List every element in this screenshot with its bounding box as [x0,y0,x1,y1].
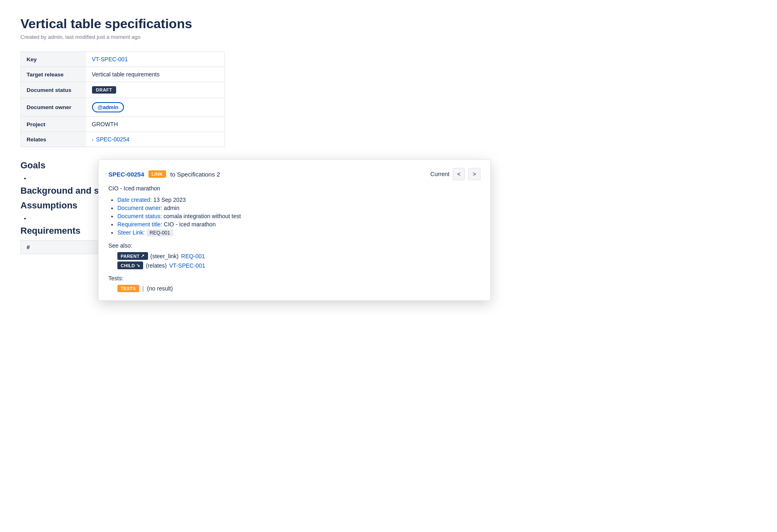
row-label-relates: Relates [21,132,86,147]
child-badge: CHILD ↘ [117,262,143,269]
steer-link-label: Steer Link: [117,229,145,236]
child-arrow-icon: ↘ [136,263,140,268]
table-row-document-status: Document status DRAFT [21,82,225,98]
doc-status-label: Document status: [117,213,162,219]
popup-see-also-list: PARENT ↗ (steer_link) REQ-001 CHILD ↘ (r… [108,252,481,269]
popup-subtitle: CIO - Iced marathon [108,185,481,192]
popup-nav-prev[interactable]: < [453,168,465,180]
row-value-document-owner: @admin [86,98,225,117]
row-label-key: Key [21,52,86,67]
info-table: Key VT-SPEC-001 Target release Vertical … [20,51,225,147]
table-row-project: Project GROWTH [21,117,225,132]
see-also-parent: PARENT ↗ (steer_link) REQ-001 [117,252,481,260]
child-relation: (relates) [146,262,166,269]
row-value-target-release: Vertical table requirements [86,67,225,82]
admin-badge[interactable]: @admin [92,102,124,112]
row-value-relates[interactable]: › SPEC-00254 [86,132,225,147]
parent-arrow-icon: ↗ [141,253,144,259]
page-meta: Created by admin, last modified just a m… [20,34,757,40]
date-created-value: 13 Sep 2023 [153,197,186,203]
row-value-document-status: DRAFT [86,82,225,98]
doc-owner-label: Document owner: [117,205,162,211]
popup-header: SPEC-00254 LINK to Specifications 2 Curr… [108,168,481,180]
steer-link-value[interactable]: REQ-001 [146,229,173,237]
popup-header-left: SPEC-00254 LINK to Specifications 2 [108,170,220,178]
row-value-key[interactable]: VT-SPEC-001 [86,52,225,67]
row-value-project: GROWTH [86,117,225,132]
req-title-value: CIO - Iced marathon [164,221,216,228]
parent-badge: PARENT ↗ [117,252,148,260]
popup-header-right: Current < > [430,168,481,180]
spec-popup: SPEC-00254 LINK to Specifications 2 Curr… [98,159,491,270]
see-also-child: CHILD ↘ (relates) VT-SPEC-001 [117,262,481,269]
popup-nav-next[interactable]: > [468,168,481,180]
row-label-document-status: Document status [21,82,86,98]
popup-detail-doc-owner: Document owner: admin [117,205,481,211]
child-link[interactable]: VT-SPEC-001 [169,262,205,269]
popup-spec-id[interactable]: SPEC-00254 [108,171,144,178]
table-row-key: Key VT-SPEC-001 [21,52,225,67]
row-label-target-release: Target release [21,67,86,82]
date-created-label: Date created: [117,197,152,203]
popup-current-label: Current [430,171,449,177]
popup-details-list: Date created: 13 Sep 2023 Document owner… [108,197,481,237]
key-link[interactable]: VT-SPEC-001 [92,56,128,63]
req-title-label: Requirement title: [117,221,162,228]
table-row-document-owner: Document owner @admin [21,98,225,117]
popup-detail-steer-link: Steer Link: REQ-001 [117,229,481,237]
popup-to-text: to Specifications 2 [170,171,220,178]
popup-detail-doc-status: Document status: comala integration with… [117,213,481,219]
row-label-project: Project [21,117,86,132]
page-title: Vertical table specifications [20,16,757,31]
doc-owner-value: admin [164,205,180,211]
table-row-target-release: Target release Vertical table requiremen… [21,67,225,82]
popup-detail-req-title: Requirement title: CIO - Iced marathon [117,221,481,228]
popup-see-also-label: See also: [108,242,481,249]
doc-status-value: comala integration without test [164,213,241,219]
draft-badge: DRAFT [92,86,117,94]
parent-relation: (steer_link) [150,253,179,259]
req-col-number: # [21,241,101,254]
popup-link-badge: LINK [148,170,166,178]
popup-detail-date-created: Date created: 13 Sep 2023 [117,197,481,203]
relates-link[interactable]: SPEC-00254 [96,136,130,143]
relates-arrow-icon: › [92,136,94,143]
table-row-relates: Relates › SPEC-00254 [21,132,225,147]
parent-link[interactable]: REQ-001 [181,253,205,259]
row-label-document-owner: Document owner [21,98,86,117]
